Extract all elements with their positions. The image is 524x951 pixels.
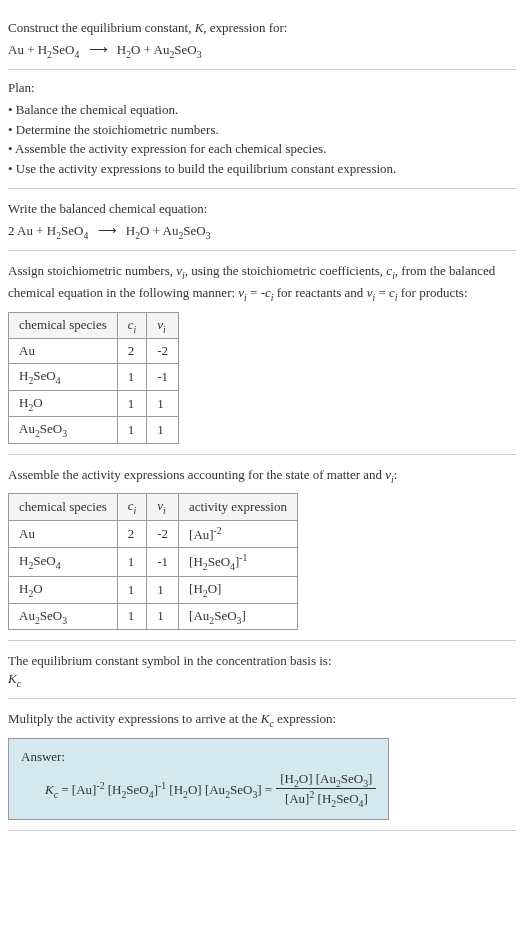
table-cell: 1 — [147, 417, 179, 444]
table-header: activity expression — [179, 494, 298, 521]
multiply-desc: Mulitply the activity expressions to arr… — [8, 709, 516, 731]
table-cell: 1 — [117, 577, 147, 604]
table-row: H2SeO4 1 -1 — [9, 364, 179, 391]
table-cell: H2SeO4 — [9, 364, 118, 391]
answer-box: Answer: Kc = [Au]-2 [H2SeO4]-1 [H2O] [Au… — [8, 738, 389, 821]
stoichiometric-section: Assign stoichiometric numbers, νi, using… — [8, 251, 516, 455]
intro-line: Construct the equilibrium constant, K, e… — [8, 18, 516, 38]
plan-item: • Balance the chemical equation. — [8, 100, 516, 120]
table-cell: -2 — [147, 339, 179, 364]
table-cell: H2SeO4 — [9, 548, 118, 577]
plan-item: • Use the activity expressions to build … — [8, 159, 516, 179]
table-row: Au 2 -2 — [9, 339, 179, 364]
table-cell: [Au2SeO3] — [179, 603, 298, 630]
table-row: H2O 1 1 — [9, 390, 179, 417]
stoich-table: chemical species ci νi Au 2 -2 H2SeO4 1 … — [8, 312, 179, 444]
table-header: ci — [117, 494, 147, 521]
table-header: νi — [147, 494, 179, 521]
stoich-desc: Assign stoichiometric numbers, νi, using… — [8, 261, 516, 305]
plan-item: • Determine the stoichiometric numbers. — [8, 120, 516, 140]
table-row: H2O 1 1 [H2O] — [9, 577, 298, 604]
balanced-equation: 2 Au + H2SeO4 ⟶ H2O + Au2SeO3 — [8, 223, 516, 241]
table-cell: -1 — [147, 364, 179, 391]
table-header: νi — [147, 312, 179, 339]
multiply-section: Mulitply the activity expressions to arr… — [8, 699, 516, 831]
activity-desc: Assemble the activity expressions accoun… — [8, 465, 516, 487]
table-cell: 1 — [117, 364, 147, 391]
balanced-title: Write the balanced chemical equation: — [8, 199, 516, 219]
table-header-row: chemical species ci νi — [9, 312, 179, 339]
table-cell: 1 — [117, 548, 147, 577]
table-cell: 2 — [117, 339, 147, 364]
answer-equation: Kc = [Au]-2 [H2SeO4]-1 [H2O] [Au2SeO3] =… — [45, 771, 376, 810]
table-cell: [Au]-2 — [179, 520, 298, 547]
table-cell: H2O — [9, 577, 118, 604]
answer-fraction: [H2O] [Au2SeO3] [Au]2 [H2SeO4] — [276, 771, 376, 810]
table-cell: Au — [9, 520, 118, 547]
table-cell: [H2SeO4]-1 — [179, 548, 298, 577]
plan-item: • Assemble the activity expression for e… — [8, 139, 516, 159]
table-cell: 1 — [117, 390, 147, 417]
table-header-row: chemical species ci νi activity expressi… — [9, 494, 298, 521]
table-cell: 1 — [117, 417, 147, 444]
table-cell: Au2SeO3 — [9, 417, 118, 444]
table-header: chemical species — [9, 494, 118, 521]
table-cell: 1 — [147, 603, 179, 630]
plan-title: Plan: — [8, 80, 516, 96]
table-cell: [H2O] — [179, 577, 298, 604]
table-cell: Au2SeO3 — [9, 603, 118, 630]
intro-equation: Au + H2SeO4 ⟶ H2O + Au2SeO3 — [8, 42, 516, 60]
table-cell: 1 — [147, 390, 179, 417]
table-header: ci — [117, 312, 147, 339]
answer-lhs: Kc = [Au]-2 [H2SeO4]-1 [H2O] [Au2SeO3] = — [45, 780, 272, 800]
balanced-section: Write the balanced chemical equation: 2 … — [8, 189, 516, 251]
table-header: chemical species — [9, 312, 118, 339]
activity-table: chemical species ci νi activity expressi… — [8, 493, 298, 630]
table-cell: H2O — [9, 390, 118, 417]
table-cell: -1 — [147, 548, 179, 577]
fraction-numerator: [H2O] [Au2SeO3] — [276, 771, 376, 790]
table-row: Au2SeO3 1 1 — [9, 417, 179, 444]
activity-section: Assemble the activity expressions accoun… — [8, 455, 516, 641]
table-cell: Au — [9, 339, 118, 364]
table-row: Au 2 -2 [Au]-2 — [9, 520, 298, 547]
intro-section: Construct the equilibrium constant, K, e… — [8, 8, 516, 70]
symbol-value: Kc — [8, 671, 516, 689]
plan-section: Plan: • Balance the chemical equation. •… — [8, 70, 516, 189]
table-row: Au2SeO3 1 1 [Au2SeO3] — [9, 603, 298, 630]
symbol-section: The equilibrium constant symbol in the c… — [8, 641, 516, 699]
table-cell: 1 — [147, 577, 179, 604]
fraction-denominator: [Au]2 [H2SeO4] — [276, 789, 376, 809]
answer-label: Answer: — [21, 749, 376, 765]
symbol-line1: The equilibrium constant symbol in the c… — [8, 651, 516, 671]
table-cell: 1 — [117, 603, 147, 630]
table-cell: -2 — [147, 520, 179, 547]
table-cell: 2 — [117, 520, 147, 547]
table-row: H2SeO4 1 -1 [H2SeO4]-1 — [9, 548, 298, 577]
